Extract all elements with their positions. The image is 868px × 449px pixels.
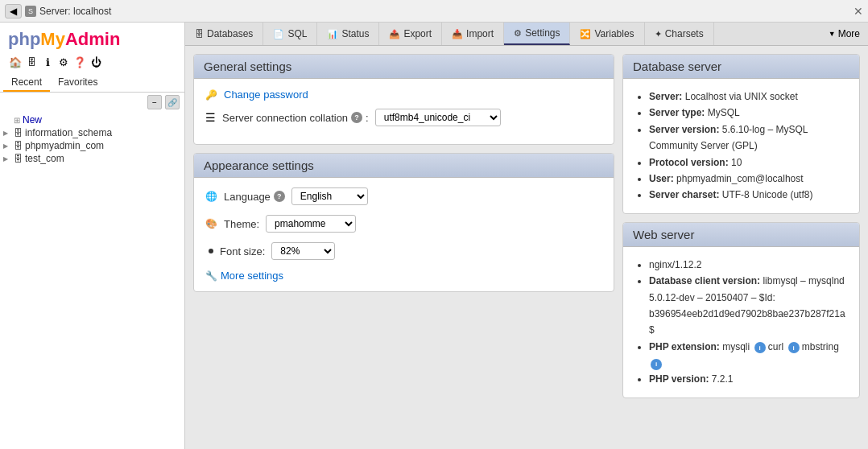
protocol-label: Protocol version:	[649, 157, 729, 168]
logo-php: php	[8, 29, 40, 49]
topbar-close-button[interactable]: ✕	[854, 5, 863, 18]
server-icon: S	[25, 6, 36, 17]
font-size-label-text: Font size:	[220, 245, 265, 257]
curl-text: curl	[768, 341, 787, 352]
tree-item-phpmyadmin-com[interactable]: ▶ 🗄 phpmyadmin_com	[0, 139, 184, 152]
collation-label: Server connection collation ? :	[222, 112, 369, 124]
theme-row: 🎨 Theme: pmahomme original	[205, 215, 602, 233]
theme-label-text: Theme:	[224, 218, 259, 230]
more-settings-link[interactable]: 🔧 More settings	[205, 270, 602, 282]
sidebar-tab-recent[interactable]: Recent	[3, 74, 50, 92]
tab-settings-label: Settings	[525, 27, 560, 39]
font-size-bullet	[209, 249, 213, 253]
curl-badge[interactable]: i	[788, 342, 800, 353]
tab-settings[interactable]: ⚙ Settings	[504, 23, 570, 45]
tab-more-label: More	[838, 28, 860, 39]
home-icon[interactable]: 🏠	[8, 55, 23, 69]
tree-item-information-schema[interactable]: ▶ 🗄 information_schema	[0, 126, 184, 139]
tab-more[interactable]: ▼ More	[820, 23, 868, 45]
appearance-settings-body: 🌐 Language ? English Deutsch Français Es…	[194, 178, 614, 291]
exit-icon[interactable]: ⏻	[89, 55, 103, 69]
information-schema-expand-icon: ▶	[3, 130, 11, 137]
tab-databases[interactable]: 🗄 Databases	[185, 23, 263, 45]
status-tab-icon: 📊	[327, 29, 338, 39]
tab-sql[interactable]: 📄 SQL	[263, 23, 317, 45]
tab-sql-label: SQL	[287, 28, 307, 39]
link-button[interactable]: 🔗	[165, 95, 180, 109]
list-item: PHP extension: mysqli i curl i mbstring …	[649, 339, 848, 372]
web-server-body: nginx/1.12.2 Database client version: li…	[623, 247, 859, 398]
database-server-header: Database server	[623, 55, 859, 79]
user-label: User:	[649, 173, 674, 184]
general-settings-panel: General settings 🔑 Change password ☰ Ser…	[193, 54, 614, 145]
collation-colon: :	[366, 112, 369, 124]
database-server-title: Database server	[633, 60, 721, 73]
minimize-button[interactable]: −	[147, 95, 162, 109]
tab-charsets[interactable]: ✦ Charsets	[645, 23, 714, 45]
help-icon[interactable]: ❓	[72, 55, 87, 69]
back-button[interactable]: ◀	[5, 4, 22, 19]
mysqli-text: mysqli	[722, 341, 752, 352]
mbstring-badge[interactable]: i	[651, 359, 662, 370]
tree-item-information-schema-label: information_schema	[25, 127, 112, 138]
list-item: Server charset: UTF-8 Unicode (utf8)	[649, 187, 848, 203]
tree-item-new[interactable]: ⊞ New	[0, 113, 184, 126]
db-icon[interactable]: 🗄	[24, 55, 39, 69]
mysqli-badge[interactable]: i	[754, 342, 766, 353]
tab-export-label: Export	[403, 28, 432, 39]
tab-variables-label: Variables	[594, 28, 634, 39]
db-client-label: Database client version:	[649, 275, 760, 286]
charsets-tab-icon: ✦	[655, 29, 662, 39]
information-schema-db-icon: 🗄	[14, 128, 23, 138]
collation-row: ☰ Server connection collation ? : utf8mb…	[205, 109, 602, 126]
phpmyadmin-com-db-icon: 🗄	[14, 141, 23, 150]
tab-export[interactable]: 📤 Export	[379, 23, 442, 45]
tab-import[interactable]: 📥 Import	[442, 23, 504, 45]
database-server-list: Server: Localhost via UNIX socket Server…	[634, 89, 848, 204]
server-label: Server:	[649, 91, 682, 102]
panels-area: General settings 🔑 Change password ☰ Ser…	[185, 46, 868, 449]
collation-select[interactable]: utf8mb4_unicode_ci utf8_general_ci latin…	[375, 109, 501, 126]
web-server-header: Web server	[623, 223, 859, 247]
tab-status[interactable]: 📊 Status	[317, 23, 379, 45]
sql-tab-icon: 📄	[273, 29, 284, 39]
collation-help-icon[interactable]: ?	[351, 112, 362, 123]
collation-list-icon: ☰	[205, 111, 216, 124]
more-settings-label: More settings	[221, 270, 283, 282]
import-tab-icon: 📥	[452, 29, 463, 39]
language-icon: 🌐	[205, 191, 217, 202]
list-item: PHP version: 7.2.1	[649, 371, 848, 387]
topbar: ◀ S Server: localhost ✕	[0, 0, 868, 23]
theme-select[interactable]: pmahomme original	[266, 215, 356, 233]
tab-charsets-label: Charsets	[665, 28, 704, 39]
list-item: nginx/1.12.2	[649, 257, 848, 273]
change-password-link[interactable]: Change password	[224, 89, 308, 101]
export-tab-icon: 📤	[389, 29, 400, 39]
content-area: 🗄 Databases 📄 SQL 📊 Status 📤 Export 📥 Im…	[185, 23, 868, 449]
database-server-body: Server: Localhost via UNIX socket Server…	[623, 79, 859, 213]
sidebar-toolbar: 🏠 🗄 ℹ ⚙ ❓ ⏻	[0, 53, 184, 72]
sidebar-controls: − 🔗	[0, 93, 184, 112]
tab-bar: 🗄 Databases 📄 SQL 📊 Status 📤 Export 📥 Im…	[185, 23, 868, 46]
appearance-settings-header: Appearance settings	[194, 154, 614, 178]
font-size-row: Font size: 82% 100% 120%	[205, 242, 602, 260]
sidebar-tab-favorites[interactable]: Favorites	[50, 74, 105, 92]
general-settings-title: General settings	[204, 60, 291, 73]
tab-import-label: Import	[466, 28, 494, 39]
right-panels: Database server Server: Localhost via UN…	[622, 54, 860, 441]
database-server-panel: Database server Server: Localhost via UN…	[622, 54, 860, 214]
tree-item-test-com[interactable]: ▶ 🗄 test_com	[0, 152, 184, 165]
language-help-icon[interactable]: ?	[274, 191, 285, 202]
variables-tab-icon: 🔀	[580, 29, 591, 39]
font-size-select[interactable]: 82% 100% 120%	[271, 242, 335, 260]
language-select[interactable]: English Deutsch Français Español	[291, 187, 368, 205]
language-row: 🌐 Language ? English Deutsch Français Es…	[205, 187, 602, 205]
test-com-expand-icon: ▶	[3, 155, 11, 163]
left-panels: General settings 🔑 Change password ☰ Ser…	[193, 54, 614, 441]
logo-area: phpMyAdmin	[0, 23, 184, 53]
settings-icon[interactable]: ⚙	[56, 55, 71, 69]
tree-item-new-label: New	[23, 114, 42, 126]
php-version-value: 7.2.1	[712, 373, 734, 385]
info-icon[interactable]: ℹ	[40, 55, 55, 69]
tab-variables[interactable]: 🔀 Variables	[570, 23, 644, 45]
